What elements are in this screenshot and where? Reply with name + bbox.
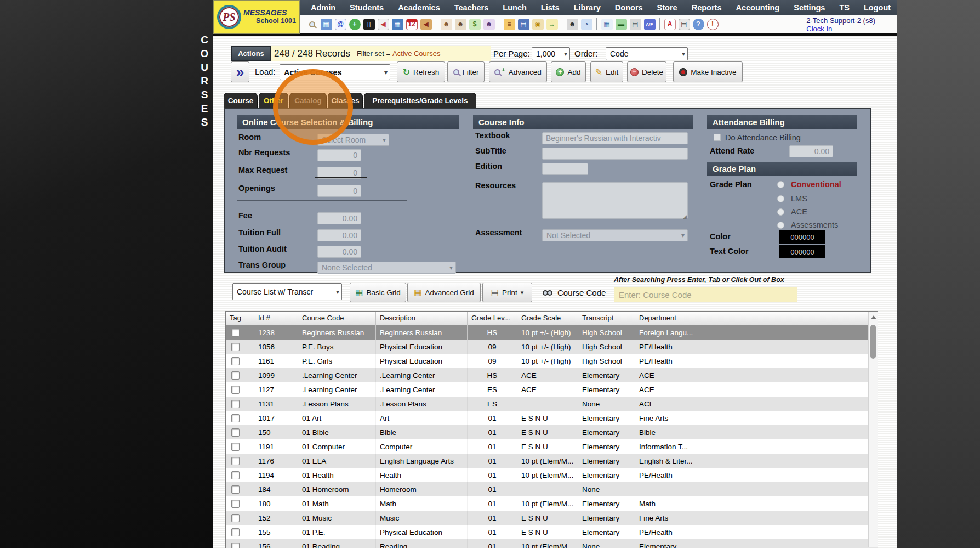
lunch-icon[interactable]: ≡ <box>504 19 515 30</box>
pdf-icon[interactable]: A <box>664 19 676 30</box>
nav-item-lunch[interactable]: Lunch <box>495 3 534 12</box>
advanced-grid-button[interactable]: ▦ Advanced Grid <box>407 283 481 302</box>
table-row[interactable]: 101701 ArtArt01E S N UElementaryFine Art… <box>226 411 878 425</box>
nav-item-students[interactable]: Students <box>343 3 391 12</box>
table-row[interactable]: 18401 HomeroomHomeroom01None <box>226 482 878 496</box>
tag-checkbox[interactable] <box>231 500 240 508</box>
table-row[interactable]: 1099.Learning Center.Learning CenterHSAC… <box>226 368 878 382</box>
load-select[interactable]: Active Courses▾ <box>280 64 390 80</box>
chat-bubble-icon[interactable]: + <box>349 19 361 30</box>
tag-checkbox[interactable] <box>231 457 240 465</box>
tab-prerequisites-grade-levels[interactable]: Prerequisites/Grade Levels <box>364 93 476 108</box>
nav-item-library[interactable]: Library <box>567 3 608 12</box>
grade-plan-radio-assessments[interactable] <box>777 222 784 229</box>
date-calendar-icon[interactable]: 12 <box>406 19 418 30</box>
per-page-select[interactable]: 1,000▾ <box>532 47 570 60</box>
attend-rate-field[interactable]: 0.00 <box>789 145 833 157</box>
money-icon[interactable]: $ <box>469 19 481 30</box>
tag-checkbox[interactable] <box>231 371 240 380</box>
tag-checkbox[interactable] <box>231 329 240 337</box>
filter-button[interactable]: Filter <box>447 61 485 82</box>
forward-note-icon[interactable]: → <box>546 19 558 30</box>
col-header-description[interactable]: Description <box>376 312 468 325</box>
tag-checkbox[interactable] <box>231 443 240 451</box>
clock-in-link[interactable]: Clock In <box>806 25 875 33</box>
lesson-calendar-icon[interactable]: ▦ <box>392 19 403 30</box>
col-header-tag[interactable]: Tag <box>226 312 254 325</box>
table-row[interactable]: 117601 ELAEnglish Language Arts0110 pt (… <box>226 454 878 468</box>
tuition-full-field[interactable]: 0.00 <box>317 229 361 241</box>
tag-checkbox[interactable] <box>231 528 240 536</box>
do-attendance-billing-checkbox[interactable] <box>714 134 721 141</box>
grade-plan-radio-ace[interactable] <box>777 208 784 216</box>
table-row[interactable]: 1161P.E. GirlsPhysical Education0910 pt … <box>226 354 878 368</box>
add-button[interactable]: +Add <box>551 61 586 82</box>
help-icon[interactable]: ? <box>693 19 704 30</box>
grid-view-select[interactable]: Course List w/ Transcr▾ <box>232 283 342 300</box>
search-icon[interactable] <box>306 19 318 30</box>
table-row[interactable]: 1131.Lesson Plans.Lesson PlansESNoneACE <box>226 397 878 411</box>
expand-button[interactable]: » <box>231 61 249 82</box>
nav-item-store[interactable]: Store <box>650 3 685 12</box>
credit-card-icon[interactable]: ▬ <box>616 19 627 30</box>
register-icon[interactable]: ▤ <box>630 19 641 30</box>
person-icon[interactable]: ☻ <box>455 19 466 30</box>
ap-badge-icon[interactable]: A/P <box>644 19 656 30</box>
nav-item-teachers[interactable]: Teachers <box>447 3 496 12</box>
tab-catalog[interactable]: Catalog <box>289 93 327 108</box>
gradebook-icon[interactable]: ▦ <box>601 19 613 30</box>
library-icon[interactable]: ▤ <box>518 19 529 30</box>
tag-checkbox[interactable] <box>231 471 240 479</box>
textbook-field[interactable]: Beginner's Russian with Interactiv <box>542 132 688 144</box>
speaker-icon[interactable]: ◀ <box>378 19 389 30</box>
col-header-id-#[interactable]: Id # <box>254 312 298 325</box>
col-header-transcript[interactable]: Transcript <box>578 312 635 325</box>
resources-field[interactable] <box>542 182 688 219</box>
col-header-course-code[interactable]: Course Code <box>298 312 376 325</box>
nav-item-ts[interactable]: TS <box>832 3 857 12</box>
tag-checkbox[interactable] <box>231 386 240 394</box>
nav-item-admin[interactable]: Admin <box>304 3 343 12</box>
table-row[interactable]: 18001 MathMath0110 pt (Elem/M...Elementa… <box>226 496 878 511</box>
nav-item-donors[interactable]: Donors <box>608 3 650 12</box>
nav-item-lists[interactable]: Lists <box>534 3 567 12</box>
tag-checkbox[interactable] <box>231 428 240 437</box>
megaphone-icon[interactable]: ◀ <box>420 19 432 30</box>
staff-icon[interactable]: ☻ <box>567 19 578 30</box>
table-row[interactable]: 15501 P.E.Physical Education01E S N UEle… <box>226 525 878 539</box>
tab-classes[interactable]: Classes <box>328 93 363 108</box>
tag-checkbox[interactable] <box>231 485 240 494</box>
advanced-button[interactable]: +Advanced <box>489 61 547 82</box>
actions-button[interactable]: Actions <box>231 46 271 61</box>
col-header-grade-lev-[interactable]: Grade Lev... <box>468 312 517 325</box>
tag-checkbox[interactable] <box>231 357 240 365</box>
col-header-grade-scale[interactable]: Grade Scale <box>517 312 578 325</box>
print-button[interactable]: ▤ Print ▾ <box>482 283 532 302</box>
trans-group-select[interactable]: None Selected▾ <box>317 262 456 274</box>
vertical-scrollbar[interactable] <box>868 312 878 547</box>
color-field[interactable]: 000000 <box>779 230 825 244</box>
tag-checkbox[interactable] <box>231 414 240 422</box>
table-row[interactable]: 15001 BibleBible01E S N UElementaryBible <box>226 425 878 439</box>
nbr-requests-field[interactable]: 0 <box>317 149 361 161</box>
grade-plan-radio-conventional[interactable] <box>777 181 784 188</box>
text-color-field[interactable]: 000000 <box>779 245 825 258</box>
table-row[interactable]: 119101 ComputerComputer01E S N UElementa… <box>226 439 878 454</box>
nav-item-settings[interactable]: Settings <box>787 3 832 12</box>
scrollbar-thumb[interactable] <box>870 325 876 359</box>
table-row[interactable]: 15601 ReadingReading0110 pt (Elem/M...No… <box>226 539 878 548</box>
print-icon[interactable]: ▤ <box>679 19 690 30</box>
mobile-phone-icon[interactable]: ▯ <box>363 19 375 30</box>
family-icon[interactable]: ☻ <box>483 19 495 30</box>
basic-grid-button[interactable]: ▦ Basic Grid <box>350 283 406 302</box>
openings-field[interactable]: 0 <box>317 185 361 197</box>
tab-course[interactable]: Course <box>224 93 258 108</box>
nav-item-accounting[interactable]: Accounting <box>728 3 787 12</box>
edit-button[interactable]: ✎Edit <box>590 61 623 82</box>
col-header-department[interactable]: Department <box>635 312 698 325</box>
sis-grid-icon[interactable]: ▦ <box>321 19 332 30</box>
nav-item-academics[interactable]: Academics <box>391 3 447 12</box>
subtitle-field[interactable] <box>542 148 688 160</box>
bell-icon[interactable]: ◉ <box>532 19 544 30</box>
make-inactive-button[interactable]: Make Inactive <box>673 61 743 82</box>
